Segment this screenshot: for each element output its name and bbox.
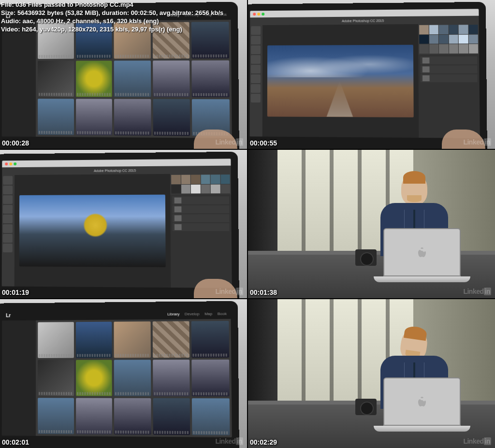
tool-button[interactable] [3,195,13,204]
tool-button[interactable] [251,84,261,93]
photoshop-canvas[interactable] [262,24,419,138]
swatch[interactable] [181,174,190,184]
photo-thumb[interactable] [192,60,230,97]
layer-item[interactable] [173,223,230,231]
swatch[interactable] [439,34,448,43]
swatch[interactable] [429,44,438,53]
size-label: Size: [1,9,15,16]
swatch[interactable] [468,44,478,53]
swatch[interactable] [459,44,468,53]
laptop: Adobe Photoshop CC 2015 [248,2,487,149]
swatch[interactable] [429,35,438,44]
swatch[interactable] [220,184,230,193]
tool-button[interactable] [3,186,13,194]
photo-thumb[interactable] [153,321,190,358]
photo-thumb[interactable] [76,398,113,435]
swatch[interactable] [171,184,180,193]
maximize-icon[interactable] [14,162,16,165]
swatch[interactable] [449,34,458,43]
photoshop-screen: Adobe Photoshop CC 2015 [2,159,232,288]
photo-thumb[interactable] [38,360,74,396]
photo-thumb[interactable] [153,398,190,435]
minimize-icon[interactable] [9,162,12,165]
layer-item[interactable] [173,205,230,213]
photo-thumb[interactable] [76,99,113,135]
tool-button[interactable] [3,224,13,233]
tool-button[interactable] [251,74,261,83]
tab-library[interactable]: Library [167,312,179,316]
tool-button[interactable] [251,94,261,102]
swatch[interactable] [459,25,468,34]
close-icon[interactable] [5,162,8,165]
photo-thumb[interactable] [153,60,190,97]
photoshop-toolbar [250,25,263,136]
tool-button[interactable] [3,244,13,252]
swatch[interactable] [181,184,190,193]
photo-thumb[interactable] [38,99,74,135]
swatch[interactable] [468,25,478,34]
swatch[interactable] [429,25,438,34]
photo-thumb[interactable] [76,61,112,97]
watermark: Linkedin [463,138,491,146]
tool-button[interactable] [251,45,261,54]
timestamp: 00:01:19 [2,289,29,296]
swatch[interactable] [201,174,210,184]
swatch[interactable] [459,34,468,43]
swatch[interactable] [191,184,200,193]
swatch[interactable] [439,44,449,53]
maximize-icon[interactable] [262,13,264,15]
tool-button[interactable] [3,215,13,223]
swatch[interactable] [419,44,428,54]
swatch[interactable] [191,174,200,184]
photo-thumb[interactable] [114,99,151,136]
swatch[interactable] [419,25,428,34]
watermark: Linkedin [215,138,243,146]
tool-button[interactable] [251,65,261,73]
photo-thumb[interactable] [114,360,151,396]
minimize-icon[interactable] [257,13,260,15]
tool-button[interactable] [251,26,261,35]
layer-item[interactable] [173,214,230,222]
swatch[interactable] [468,34,478,43]
swatch[interactable] [211,174,220,184]
photo-thumb[interactable] [114,398,151,435]
tool-button[interactable] [251,55,261,64]
photo-thumb[interactable] [153,99,190,136]
photo-thumb[interactable] [191,321,229,358]
swatch[interactable] [211,184,220,193]
tool-button[interactable] [3,205,13,214]
photo-thumb[interactable] [76,322,112,358]
layer-item[interactable] [421,74,478,82]
photo-thumb[interactable] [38,61,74,97]
tab-develop[interactable]: Develop [185,312,200,316]
swatch[interactable] [201,184,210,193]
swatch[interactable] [419,35,428,44]
tab-book[interactable]: Book [218,311,227,316]
tab-map[interactable]: Map [204,312,212,316]
photo-thumb[interactable] [114,321,151,358]
swatch[interactable] [439,25,448,34]
swatch[interactable] [449,25,458,34]
tool-button[interactable] [3,234,13,243]
swatch[interactable] [220,174,230,184]
tool-button[interactable] [3,176,13,185]
timestamp: 00:02:01 [2,438,29,446]
photo-thumb[interactable] [76,360,112,396]
swatches-panel [418,24,479,54]
photo-thumb[interactable] [192,398,230,435]
photo-thumb[interactable] [153,360,190,396]
photoshop-canvas[interactable] [15,174,171,288]
layer-item[interactable] [421,65,478,73]
photo-thumb[interactable] [114,60,151,97]
tool-button[interactable] [251,36,261,44]
frame-2: Adobe Photoshop CC 2015 [248,0,495,149]
photo-thumb[interactable] [192,360,230,396]
photo-thumb[interactable] [38,322,73,359]
photo-thumb[interactable] [38,398,74,434]
layer-item[interactable] [172,196,229,204]
swatch[interactable] [449,44,458,53]
swatch[interactable] [171,174,180,184]
photoshop-screen: Adobe Photoshop CC 2015 [250,9,480,138]
close-icon[interactable] [253,13,256,15]
layer-item[interactable] [421,56,478,64]
